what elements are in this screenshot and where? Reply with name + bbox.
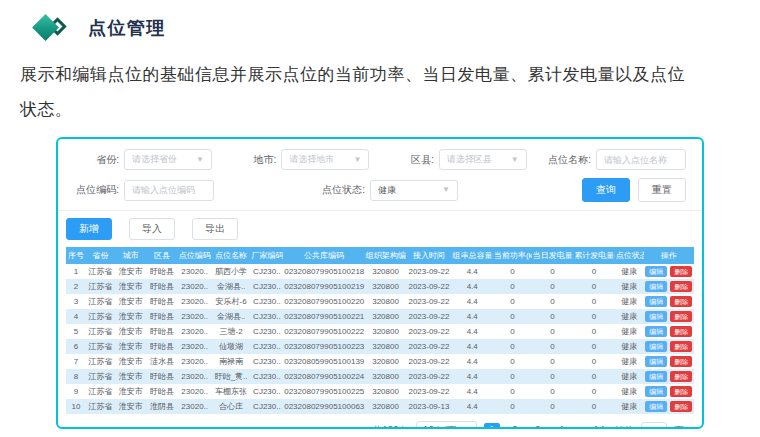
city-label: 地市:	[223, 153, 281, 167]
table-cell: 0	[493, 264, 532, 279]
point-name-label: 点位名称:	[538, 153, 596, 167]
table-cell: 0	[573, 279, 614, 294]
edit-button[interactable]: 编辑	[645, 386, 667, 397]
edit-button[interactable]: 编辑	[645, 326, 667, 337]
table-cell: 23020..	[178, 354, 212, 369]
table-cell: 仙墩湖	[212, 339, 251, 354]
delete-button[interactable]: 删除	[670, 356, 692, 367]
delete-button[interactable]: 删除	[670, 311, 692, 322]
actions-cell: 编辑删除	[644, 369, 694, 384]
table-cell: 健康	[615, 324, 644, 339]
district-select[interactable]: 请选择区县 ▼	[439, 149, 527, 170]
page-number-list: 1234...14	[484, 423, 607, 429]
edit-button[interactable]: 编辑	[645, 311, 667, 322]
province-select[interactable]: 请选择省份 ▼	[124, 149, 212, 170]
table-cell: 023208079905100221	[283, 309, 365, 324]
table-cell: 2023-09-22	[406, 294, 451, 309]
district-label: 区县:	[381, 153, 439, 167]
chevron-down-icon: ▼	[196, 156, 204, 164]
reset-button[interactable]: 重置	[638, 178, 686, 202]
table-cell: 0	[532, 309, 573, 324]
table-row: 4江苏省淮安市盱眙县23020..金湖县..CJ230..02320807990…	[66, 309, 694, 324]
delete-button[interactable]: 删除	[670, 371, 692, 382]
actions-cell: 编辑删除	[644, 264, 694, 279]
edit-button[interactable]: 编辑	[645, 266, 667, 277]
table-cell: 2023-09-22	[406, 324, 451, 339]
filter-point-status: 点位状态: 健康 ▼	[312, 180, 458, 201]
table-cell: CJ230..	[251, 294, 284, 309]
table-cell: 健康	[615, 309, 644, 324]
city-placeholder: 请选择地市	[289, 153, 334, 166]
table-cell: 2023-09-22	[406, 264, 451, 279]
table-cell: 23020..	[178, 279, 212, 294]
edit-button[interactable]: 编辑	[645, 371, 667, 382]
table-row: 10江苏省淮安市淮阴县23020..合心庄CJ230..023208029905…	[66, 399, 694, 414]
table-cell: 0	[573, 294, 614, 309]
edit-button[interactable]: 编辑	[645, 401, 667, 412]
column-header: 点位编码	[178, 247, 212, 264]
delete-button[interactable]: 删除	[670, 266, 692, 277]
chevron-down-icon: ▼	[511, 156, 519, 164]
delete-button[interactable]: 删除	[670, 386, 692, 397]
column-header: 累计发电量(度)	[573, 247, 614, 264]
table-cell: 023208029905100063	[283, 399, 365, 414]
edit-button[interactable]: 编辑	[645, 356, 667, 367]
delete-button[interactable]: 删除	[670, 326, 692, 337]
page-number[interactable]: 14	[591, 423, 607, 429]
table-cell: 合心庄	[212, 399, 251, 414]
table-row: 8江苏省淮安市盱眙县23020..盱眙_黄..CJ230..0232080799…	[66, 369, 694, 384]
table-cell: 4.4	[452, 264, 493, 279]
table-cell: 023208079905100220	[283, 294, 365, 309]
table-cell: 盱眙县	[146, 294, 177, 309]
goto-page-input[interactable]	[641, 422, 667, 429]
table-toolbar: 新增 导入 导出	[58, 210, 702, 246]
delete-button[interactable]: 删除	[670, 341, 692, 352]
points-table: 序号省份城市区县点位编码点位名称厂家编码公共库编码组织架构编码接入时间组串总容量…	[66, 247, 694, 414]
column-header: 当日发电量(度)	[532, 247, 573, 264]
filter-province: 省份: 请选择省份 ▼	[66, 149, 212, 170]
table-cell: 4.4	[452, 369, 493, 384]
column-header: 厂家编码	[251, 247, 284, 264]
table-cell: 淮安市	[115, 264, 146, 279]
page-number[interactable]: 4	[553, 423, 569, 429]
export-button[interactable]: 导出	[192, 218, 238, 240]
table-row: 2江苏省淮安市盱眙县23020..金湖县..CJ230..02320807990…	[66, 279, 694, 294]
point-code-input[interactable]	[124, 180, 214, 201]
page-size-select[interactable]: 10条/页 ▼	[416, 421, 477, 429]
table-cell: 2023-09-22	[406, 354, 451, 369]
table-cell: 0	[573, 369, 614, 384]
delete-button[interactable]: 删除	[670, 296, 692, 307]
page-number[interactable]: 3	[530, 423, 546, 429]
page-number[interactable]: 2	[507, 423, 523, 429]
table-cell: 320800	[365, 369, 406, 384]
table-cell: 健康	[615, 279, 644, 294]
delete-button[interactable]: 删除	[670, 281, 692, 292]
city-select[interactable]: 请选择地市 ▼	[281, 149, 369, 170]
table-row: 1江苏省淮安市盱眙县23020..腊西小学CJ230..023208079905…	[66, 264, 694, 279]
table-cell: 23020..	[178, 399, 212, 414]
table-cell: 金湖县..	[212, 309, 251, 324]
add-button[interactable]: 新增	[66, 218, 112, 240]
table-cell: 淮安市	[115, 339, 146, 354]
edit-button[interactable]: 编辑	[645, 296, 667, 307]
page-unit-label: 页	[674, 424, 684, 429]
table-cell: 淮安市	[115, 279, 146, 294]
delete-button[interactable]: 删除	[670, 401, 692, 412]
table-cell: 320800	[365, 324, 406, 339]
table-cell: 盱眙县	[146, 369, 177, 384]
table-cell: 淮安市	[115, 324, 146, 339]
edit-button[interactable]: 编辑	[645, 341, 667, 352]
import-button[interactable]: 导入	[129, 218, 175, 240]
actions-cell: 编辑删除	[644, 324, 694, 339]
page-number[interactable]: 1	[484, 423, 500, 429]
table-cell: 0	[493, 354, 532, 369]
table-cell: 23020..	[178, 309, 212, 324]
search-button[interactable]: 查询	[582, 178, 630, 202]
point-status-select[interactable]: 健康 ▼	[370, 180, 458, 201]
table-cell: 淮安市	[115, 354, 146, 369]
table-header-row: 序号省份城市区县点位编码点位名称厂家编码公共库编码组织架构编码接入时间组串总容量…	[66, 247, 694, 264]
edit-button[interactable]: 编辑	[645, 281, 667, 292]
point-name-input[interactable]	[596, 149, 686, 170]
table-cell: 0	[493, 399, 532, 414]
table-cell: CJ230..	[251, 324, 284, 339]
